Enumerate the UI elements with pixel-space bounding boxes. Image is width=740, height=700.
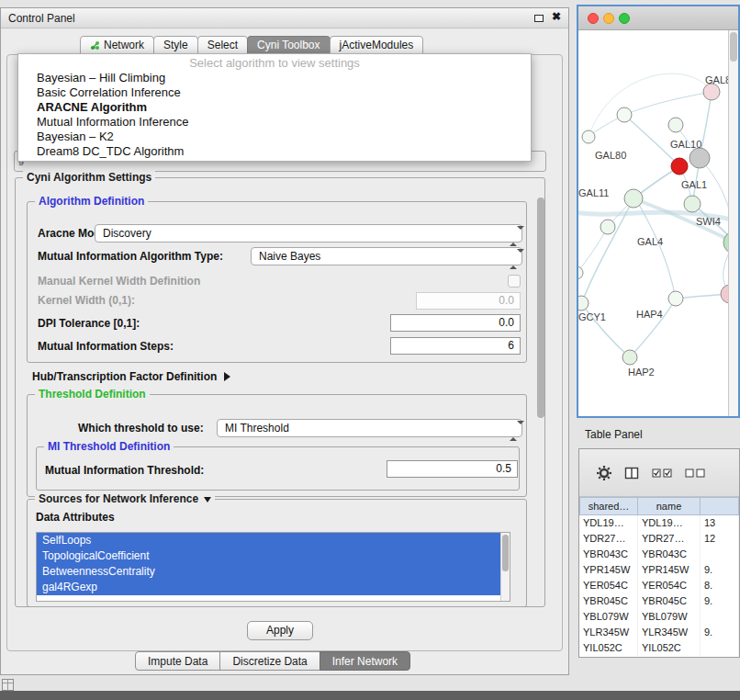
table-cell: YLR345W (638, 625, 701, 640)
tab-network[interactable]: Network (80, 36, 154, 54)
table-row[interactable]: YDL19…YDL19…13 (579, 515, 739, 531)
network-node[interactable] (624, 189, 643, 208)
network-node-label: GCY1 (578, 311, 606, 322)
network-edge[interactable] (578, 227, 608, 273)
network-scrollbar-thumb[interactable] (730, 32, 737, 62)
combo-value: MI Threshold (225, 422, 289, 435)
attribute-list-item[interactable]: gal4RGexp (37, 580, 500, 595)
columns-icon[interactable] (624, 466, 640, 480)
settings-scrollbar[interactable] (537, 188, 544, 604)
network-edge[interactable] (589, 73, 712, 137)
table-row[interactable]: YDR27…YDR27…12 (579, 531, 739, 547)
network-node-label: GAL1 (681, 179, 707, 190)
network-node[interactable] (703, 84, 720, 100)
select-all-checkboxes-icon[interactable] (652, 468, 673, 479)
attribute-list-item[interactable]: BetweennessCentrality (37, 564, 500, 580)
table-row[interactable]: YLR345WYLR345W9. (579, 625, 739, 640)
mi-algorithm-type-combobox[interactable]: Naive Bayes (251, 247, 522, 265)
table-cell: YPR145W (579, 562, 638, 578)
tab-cyni-toolbox[interactable]: Cyni Toolbox (247, 36, 330, 54)
network-node[interactable] (578, 266, 583, 279)
table-row[interactable]: YBL079WYBL079W (579, 609, 739, 625)
column-header-clipped[interactable] (701, 497, 739, 515)
network-node[interactable] (600, 220, 615, 234)
menu-prompt: Select algorithm to view settings (18, 56, 531, 71)
aracne-mode-combobox[interactable]: Discovery (95, 224, 522, 243)
bottom-dock-strip (0, 691, 740, 700)
clear-all-checkboxes-icon[interactable] (685, 468, 706, 479)
table-row[interactable]: YIL052CYIL052C (579, 640, 739, 656)
network-edge[interactable] (624, 92, 712, 115)
dpi-tolerance-field[interactable]: 0.0 (390, 314, 521, 332)
table-row[interactable]: YER054CYER054C8. (579, 578, 739, 593)
control-panel-titlebar[interactable]: Control Panel ✖ (1, 8, 568, 28)
table-row[interactable]: YBR043CYBR043C (579, 547, 739, 562)
network-node-label: GAL10 (670, 139, 701, 150)
list-scrollbar[interactable] (500, 533, 510, 601)
tab-label: jActiveModules (340, 37, 414, 54)
attribute-list-item[interactable]: SelfLoops (37, 533, 500, 548)
column-header-name[interactable]: name (638, 497, 701, 515)
tab-select[interactable]: Select (197, 36, 248, 54)
zoom-traffic-light[interactable] (619, 13, 630, 24)
network-node[interactable] (622, 350, 637, 365)
network-node[interactable] (582, 130, 595, 143)
algorithm-menu-item[interactable]: Basic Correlation Inference (18, 85, 531, 100)
list-scrollbar-thumb[interactable] (502, 535, 509, 571)
algorithm-menu-item[interactable]: Bayesian – Hill Climbing (18, 71, 531, 85)
table-cell (701, 609, 739, 625)
network-node[interactable] (690, 148, 710, 168)
close-icon[interactable]: ✖ (552, 10, 561, 23)
table-cell (701, 640, 739, 656)
table-cell: YBR043C (638, 547, 701, 562)
apply-button[interactable]: Apply (247, 621, 313, 640)
tab-impute-data[interactable]: Impute Data (135, 651, 220, 671)
algorithm-menu-item[interactable]: Bayesian – K2 (18, 130, 531, 144)
close-traffic-light[interactable] (588, 13, 599, 24)
table-row[interactable]: YPR145WYPR145W9. (579, 562, 739, 578)
network-node-label: GAL8 (705, 74, 731, 85)
tab-infer-network[interactable]: Infer Network (320, 651, 410, 671)
network-node[interactable] (671, 158, 688, 175)
algorithm-menu-item[interactable]: Mutual Information Inference (18, 115, 531, 130)
mi-threshold-field[interactable]: 0.5 (387, 460, 518, 478)
table-cell: YER054C (638, 578, 701, 593)
tab-style[interactable]: Style (153, 36, 198, 54)
mi-steps-field[interactable]: 6 (390, 337, 521, 355)
algorithm-menu-items: Bayesian – Hill ClimbingBasic Correlatio… (18, 71, 531, 159)
table-cell: YDL19… (579, 515, 638, 531)
algorithm-menu-item[interactable]: Dream8 DC_TDC Algorithm (18, 144, 531, 159)
tab-jactivemodules[interactable]: jActiveModules (330, 36, 424, 54)
network-node[interactable] (578, 296, 589, 310)
minimize-traffic-light[interactable] (603, 13, 614, 24)
table-row[interactable]: YBR045CYBR045C9. (579, 593, 739, 609)
network-node-label: SWI4 (696, 216, 721, 227)
cyni-mode-tabs: Impute Data Discretize Data Infer Networ… (135, 651, 409, 671)
network-edge[interactable] (630, 299, 676, 357)
panel-grid-icon[interactable] (2, 679, 14, 691)
hub-transcription-factor-expander[interactable]: Hub/Transcription Factor Definition (32, 368, 230, 385)
network-node[interactable] (668, 118, 683, 132)
tab-discretize-data[interactable]: Discretize Data (219, 651, 320, 671)
table-cell: YLR345W (579, 625, 638, 640)
data-attributes-list: SelfLoopsTopologicalCoefficientBetweenne… (36, 532, 510, 602)
column-header-shared-name[interactable]: shared… (579, 497, 638, 515)
algorithm-menu-item[interactable]: ARACNE Algorithm (18, 100, 531, 115)
table-toolbar (579, 449, 739, 497)
network-node[interactable] (668, 291, 683, 306)
network-window-titlebar[interactable] (578, 6, 738, 30)
float-window-icon[interactable] (534, 15, 544, 22)
group-title: Algorithm Definition (35, 195, 148, 208)
network-node[interactable] (617, 107, 632, 122)
network-scrollbar[interactable] (728, 30, 738, 416)
which-threshold-combobox[interactable]: MI Threshold (217, 419, 522, 437)
network-canvas[interactable]: GAL8GAL80GAL10GAL11GAL1SWI4GAL4GCY1HAP4H… (578, 30, 738, 416)
collapse-arrow-icon (204, 497, 211, 502)
gear-icon[interactable] (596, 465, 612, 481)
settings-scrollbar-thumb[interactable] (537, 198, 544, 418)
attribute-list-item[interactable]: TopologicalCoefficient (37, 548, 500, 564)
tab-label: Network (104, 37, 144, 54)
network-node[interactable] (684, 196, 701, 212)
sources-group-title[interactable]: Sources for Network Inference (35, 492, 215, 505)
mi-algorithm-type-label: Mutual Information Algorithm Type: (38, 247, 223, 265)
